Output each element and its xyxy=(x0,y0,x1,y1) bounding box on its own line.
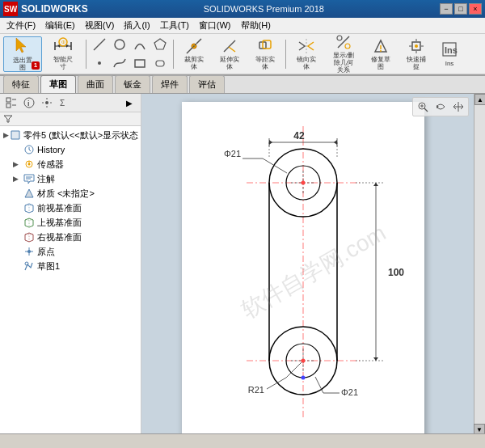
extend-icon xyxy=(220,37,239,55)
trim-entities-button[interactable]: 裁剪实体 xyxy=(177,36,211,72)
rect-button[interactable] xyxy=(130,54,150,72)
polygon-button[interactable] xyxy=(150,36,170,53)
annotation-label: 注解 xyxy=(37,173,55,185)
zoom-to-fit-button[interactable] xyxy=(415,99,431,114)
annotation-icon xyxy=(23,172,36,185)
tab-surface[interactable]: 曲面 xyxy=(78,75,113,93)
smart-dim-label: 智能尺寸 xyxy=(53,57,73,71)
tab-sheet-metal[interactable]: 钣金 xyxy=(115,75,150,93)
svg-point-91 xyxy=(302,376,306,380)
snap-icon xyxy=(407,37,426,55)
spline-button[interactable] xyxy=(110,54,129,72)
scroll-up-button[interactable]: ▲ xyxy=(474,94,485,105)
tree-item-right-plane[interactable]: 右视基准面 xyxy=(0,230,141,244)
svg-line-17 xyxy=(229,47,235,52)
menu-file[interactable]: 文件(F) xyxy=(2,18,40,33)
tree-item-material[interactable]: 材质 <未指定> xyxy=(0,186,141,201)
svg-line-9 xyxy=(94,39,105,50)
svg-marker-83 xyxy=(373,183,378,186)
tree-item-sensor[interactable]: ▶ 传感器 xyxy=(0,157,141,171)
ins-label: Ins xyxy=(445,61,454,68)
tree-item-root[interactable]: ▶ 零件5 (默认<<默认>显示状态 1>) xyxy=(0,128,141,142)
circle-button[interactable] xyxy=(110,36,129,53)
dim-xpert-button[interactable]: Σ xyxy=(57,95,73,110)
svg-point-57 xyxy=(25,262,28,265)
minimize-button[interactable]: − xyxy=(440,3,453,15)
front-plane-icon xyxy=(23,201,36,214)
menu-help[interactable]: 帮助(H) xyxy=(236,18,276,33)
show-rel-icon xyxy=(334,33,353,51)
svg-point-40 xyxy=(45,101,48,104)
select-icon xyxy=(13,36,32,56)
feature-tree[interactable]: ▶ 零件5 (默认<<默认>显示状态 1>) H xyxy=(0,126,141,448)
dim-phi21-bot: Φ21 xyxy=(341,387,358,397)
tree-collapse-button[interactable]: ▶ xyxy=(121,95,137,110)
svg-point-89 xyxy=(302,359,306,363)
point-button[interactable] xyxy=(90,54,109,72)
repair-icon xyxy=(371,37,390,55)
front-plane-label: 前视基准面 xyxy=(37,202,82,214)
svg-text:Ins: Ins xyxy=(445,45,458,55)
tree-item-front-plane[interactable]: 前视基准面 xyxy=(0,201,141,215)
top-plane-label: 上视基准面 xyxy=(37,217,82,229)
window-controls: − □ × xyxy=(440,3,482,15)
material-icon xyxy=(23,187,36,200)
svg-line-21 xyxy=(338,36,349,48)
origin-label: 原点 xyxy=(37,246,55,258)
dim-phi21-top: Φ21 xyxy=(224,149,241,158)
property-manager-button[interactable]: i xyxy=(21,95,37,110)
select-sketch-button[interactable]: 选出置图 1 xyxy=(3,36,42,72)
sketch-icon xyxy=(23,260,36,273)
svg-text:SW: SW xyxy=(4,5,18,14)
offset-entities-button[interactable]: 等距实体 xyxy=(248,36,282,72)
menu-edit[interactable]: 编辑(E) xyxy=(40,18,80,33)
tab-sketch[interactable]: 草图 xyxy=(40,75,76,93)
arc-button[interactable] xyxy=(130,36,150,53)
slot-button[interactable] xyxy=(150,54,170,72)
smart-dimension-button[interactable]: Φ 智能尺寸 xyxy=(44,36,82,72)
right-plane-label: 右视基准面 xyxy=(37,231,82,243)
close-button[interactable]: × xyxy=(469,3,482,15)
solidworks-logo: SW xyxy=(3,2,18,16)
tree-item-top-plane[interactable]: 上视基准面 xyxy=(0,215,141,230)
tree-item-annotation[interactable]: ▶ 注解 xyxy=(0,171,141,186)
pan-button[interactable] xyxy=(450,99,466,114)
feature-manager-button[interactable] xyxy=(3,95,19,110)
history-label: History xyxy=(37,145,65,154)
svg-point-10 xyxy=(115,40,124,49)
select-button-label: 选出置图 xyxy=(13,57,32,72)
menu-view[interactable]: 视图(V) xyxy=(80,18,120,33)
tab-evaluate[interactable]: 评估 xyxy=(189,75,225,93)
vertical-scrollbar[interactable]: ▲ ▼ xyxy=(474,94,485,435)
tree-item-sketch1[interactable]: 草图1 xyxy=(0,259,141,273)
drawing-sheet: 42 Φ21 100 R21 Φ21 xyxy=(182,102,424,442)
menu-tools[interactable]: 工具(T) xyxy=(155,18,194,33)
tab-features[interactable]: 特征 xyxy=(3,75,39,93)
config-manager-button[interactable] xyxy=(39,95,55,110)
dim-R21-label: R21 xyxy=(248,385,264,395)
ins-icon: Ins xyxy=(440,40,459,59)
main-content: i Σ ▶ xyxy=(0,94,485,448)
drawing-canvas[interactable]: 软件自学网.com xyxy=(141,94,485,448)
trim-label: 裁剪实体 xyxy=(184,57,204,71)
repair-sketch-button[interactable]: 修复草图 xyxy=(364,36,398,72)
tree-item-history[interactable]: History xyxy=(0,142,141,157)
rotate-view-button[interactable] xyxy=(432,99,449,114)
show-relations-button[interactable]: 显示/删除几何关系 xyxy=(325,36,362,72)
menu-insert[interactable]: 插入(I) xyxy=(119,18,154,33)
tab-weldment[interactable]: 焊件 xyxy=(152,75,188,93)
show-rel-label: 显示/删除几何关系 xyxy=(333,53,354,74)
ins-button[interactable]: Ins Ins xyxy=(435,36,464,72)
tree-item-origin[interactable]: 原点 xyxy=(0,244,141,259)
svg-point-27 xyxy=(415,44,418,48)
svg-point-23 xyxy=(345,44,350,49)
extend-entities-button[interactable]: 延伸实体 xyxy=(213,36,247,72)
history-icon xyxy=(23,143,36,156)
toolbar-area: 选出置图 1 Φ 智能尺寸 xyxy=(0,34,485,76)
line-button[interactable] xyxy=(90,36,109,53)
maximize-button[interactable]: □ xyxy=(454,3,467,15)
quick-snap-button[interactable]: 快速捕捉 xyxy=(399,36,433,72)
mirror-entities-button[interactable]: 镜向实体 xyxy=(289,36,323,72)
menu-window[interactable]: 窗口(W) xyxy=(194,18,236,33)
svg-text:i: i xyxy=(27,99,30,108)
